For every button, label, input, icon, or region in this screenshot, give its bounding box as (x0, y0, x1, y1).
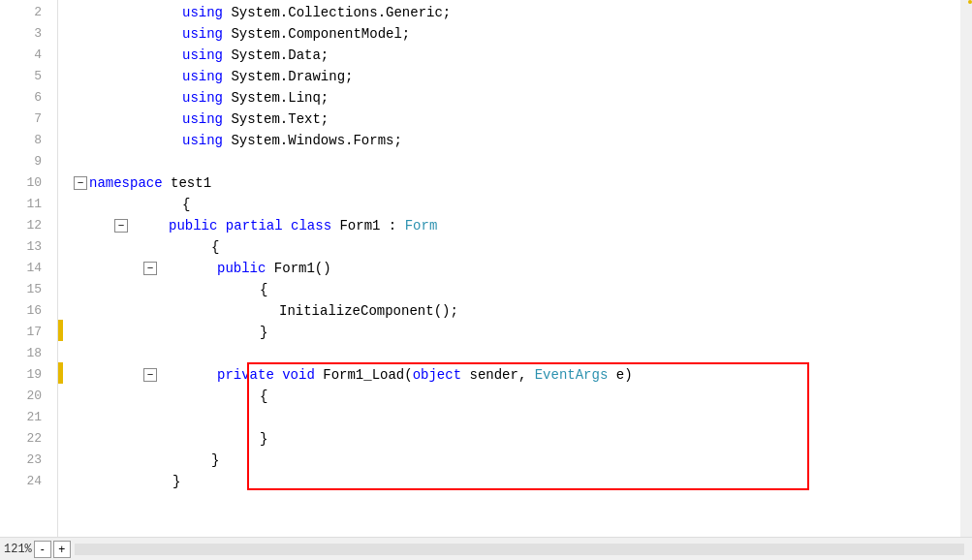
code-line-16: InitializeComponent(); (66, 300, 960, 322)
line-num-21: 21 (0, 407, 49, 428)
code-line-4: using System.Data; (66, 45, 960, 66)
line-num-10: 10 (0, 172, 49, 194)
line-num-16: 16 (0, 300, 49, 322)
code-line-2: using System.Collections.Generic; (66, 2, 960, 23)
line-num-3: 3 (0, 23, 49, 45)
code-line-13: { (66, 236, 960, 258)
code-area: 2 3 4 5 6 7 8 9 10 11 12 13 14 15 16 17 … (0, 0, 972, 537)
code-line-24: } (66, 471, 960, 492)
code-content[interactable]: using System.Collections.Generic; using … (58, 0, 960, 537)
code-line-3: using System.ComponentModel; (66, 23, 960, 45)
zoom-label: 121% (4, 543, 32, 556)
line-num-17: 17 (0, 322, 49, 343)
code-line-18 (66, 343, 960, 364)
scroll-indicator-dot (968, 0, 972, 4)
line-num-13: 13 (0, 236, 49, 258)
line-num-15: 15 (0, 279, 49, 300)
horizontal-scrollbar[interactable] (75, 544, 964, 555)
code-line-22: } (66, 428, 960, 450)
line-num-7: 7 (0, 109, 49, 130)
bottom-bar: 121% - + (0, 537, 972, 560)
line-num-14: 14 (0, 258, 49, 279)
yellow-bar-line19 (58, 362, 63, 384)
line-num-24: 24 (0, 471, 49, 492)
code-line-10: − namespace test1 (66, 172, 960, 194)
line-num-12: 12 (0, 215, 49, 236)
line-num-22: 22 (0, 428, 49, 450)
code-line-15: { (66, 279, 960, 300)
code-line-5: using System.Drawing; (66, 66, 960, 87)
editor-container: 2 3 4 5 6 7 8 9 10 11 12 13 14 15 16 17 … (0, 0, 972, 560)
collapse-10[interactable]: − (74, 176, 87, 190)
code-line-11: { (66, 194, 960, 215)
line-num-6: 6 (0, 87, 49, 109)
code-line-23: } (66, 450, 960, 471)
line-num-20: 20 (0, 386, 49, 407)
code-line-12: − public partial class Form1 : Form (66, 215, 960, 236)
line-num-18: 18 (0, 343, 49, 364)
line-num-23: 23 (0, 450, 49, 471)
code-line-9 (66, 151, 960, 172)
line-num-4: 4 (0, 45, 49, 66)
right-gutter (960, 0, 972, 537)
collapse-19[interactable]: − (143, 368, 157, 382)
code-line-21 (66, 407, 960, 428)
code-line-8: using System.Windows.Forms; (66, 130, 960, 151)
code-line-19: − private void Form1_Load(object sender,… (66, 364, 960, 386)
line-num-19: 19 (0, 364, 49, 386)
line-num-8: 8 (0, 130, 49, 151)
collapse-14[interactable]: − (143, 262, 157, 275)
yellow-bar-line17 (58, 320, 63, 341)
collapse-12[interactable]: − (114, 219, 128, 233)
zoom-control: 121% - + (4, 541, 71, 558)
line-num-5: 5 (0, 66, 49, 87)
zoom-minus-button[interactable]: - (34, 541, 51, 558)
code-line-6: using System.Linq; (66, 87, 960, 109)
line-num-2: 2 (0, 2, 49, 23)
code-line-17: ✏ } (66, 322, 960, 343)
zoom-plus-button[interactable]: + (53, 541, 71, 558)
code-line-20: { (66, 386, 960, 407)
line-num-9: 9 (0, 151, 49, 172)
line-numbers: 2 3 4 5 6 7 8 9 10 11 12 13 14 15 16 17 … (0, 0, 58, 537)
code-line-7: using System.Text; (66, 109, 960, 130)
code-line-14: − public Form1() (66, 258, 960, 279)
line-num-11: 11 (0, 194, 49, 215)
